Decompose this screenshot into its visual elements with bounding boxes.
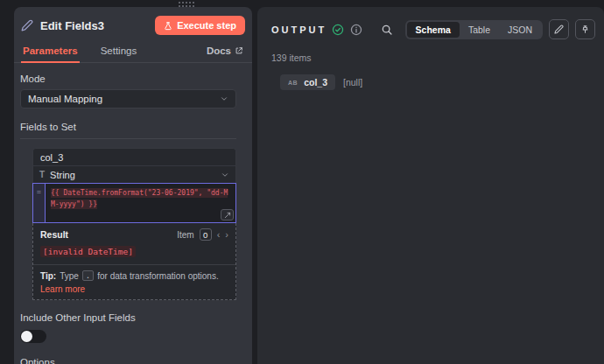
flask-icon <box>164 21 172 31</box>
learn-more-link[interactable]: Learn more <box>40 284 85 294</box>
schema-field-value: [null] <box>343 77 362 88</box>
output-items-count: 139 items <box>271 52 604 63</box>
dot-keycap: . <box>82 270 94 281</box>
node-title: Edit Fields3 <box>40 19 104 32</box>
search-icon[interactable] <box>381 24 393 36</box>
mode-label: Mode <box>20 74 236 84</box>
options-label: Options <box>20 357 236 364</box>
item-index-input[interactable]: 0 <box>200 228 212 241</box>
schema-row: ab col_3 [null] <box>280 74 604 90</box>
mode-select[interactable]: Manual Mapping <box>20 89 236 108</box>
pin-data-button[interactable] <box>575 19 595 39</box>
tip-row: Tip: Type . for data transformation opti… <box>33 265 235 299</box>
info-circle-icon[interactable] <box>350 24 362 36</box>
view-tab-schema[interactable]: Schema <box>407 22 460 38</box>
node-settings-panel: Edit Fields3 Execute step Parameters Set… <box>14 7 252 364</box>
schema-field-pill[interactable]: ab col_3 <box>280 74 335 90</box>
chevron-down-icon <box>220 94 228 103</box>
expression-preview: Result Item 0 ‹ › [invalid DateTime] Tip… <box>32 223 236 300</box>
include-other-fields-toggle[interactable] <box>20 330 46 343</box>
output-panel: OUTPUT Schema Table JSON <box>257 7 604 364</box>
external-link-icon <box>235 46 243 55</box>
execute-step-button[interactable]: Execute step <box>155 16 245 35</box>
edit-output-button[interactable] <box>549 19 569 39</box>
string-type-icon: ab <box>288 80 298 86</box>
field-name-input[interactable]: col_3 <box>32 148 236 165</box>
next-item-icon[interactable]: › <box>225 230 228 240</box>
fields-to-set-label: Fields to Set <box>20 122 236 139</box>
field-type-select[interactable]: T String <box>32 165 236 183</box>
chevron-down-icon <box>221 171 229 179</box>
pin-icon <box>580 24 590 34</box>
view-tab-table[interactable]: Table <box>460 22 499 38</box>
item-navigator: Item 0 ‹ › <box>177 228 228 241</box>
success-check-icon <box>332 24 344 36</box>
pencil-node-icon <box>21 19 33 32</box>
tab-settings[interactable]: Settings <box>99 46 139 62</box>
expression-mode-gutter: = <box>33 184 46 222</box>
open-expression-editor-button[interactable] <box>221 209 234 220</box>
field-card: col_3 T String = {{ DateTime.fromFormat(… <box>32 148 236 300</box>
expression-editor[interactable]: = {{ DateTime.fromFormat("23-06-2019", "… <box>32 183 236 223</box>
string-type-icon: T <box>39 170 45 179</box>
view-tab-json[interactable]: JSON <box>499 22 541 38</box>
pencil-icon <box>554 24 564 34</box>
schema-field-name: col_3 <box>304 77 327 88</box>
include-other-fields-label: Include Other Input Fields <box>20 312 236 323</box>
output-title: OUTPUT <box>271 24 327 35</box>
expression-code[interactable]: {{ DateTime.fromFormat("23-06-2019", "dd… <box>46 184 235 222</box>
result-value: [invalid DateTime] <box>40 246 136 257</box>
docs-link[interactable]: Docs <box>207 46 243 62</box>
tab-parameters[interactable]: Parameters <box>21 46 80 62</box>
node-tabs: Parameters Settings Docs <box>14 42 252 63</box>
output-view-switcher: Schema Table JSON <box>405 20 543 39</box>
previous-item-icon[interactable]: ‹ <box>217 230 221 240</box>
node-header: Edit Fields3 Execute step <box>14 7 252 35</box>
result-label: Result <box>40 229 68 240</box>
